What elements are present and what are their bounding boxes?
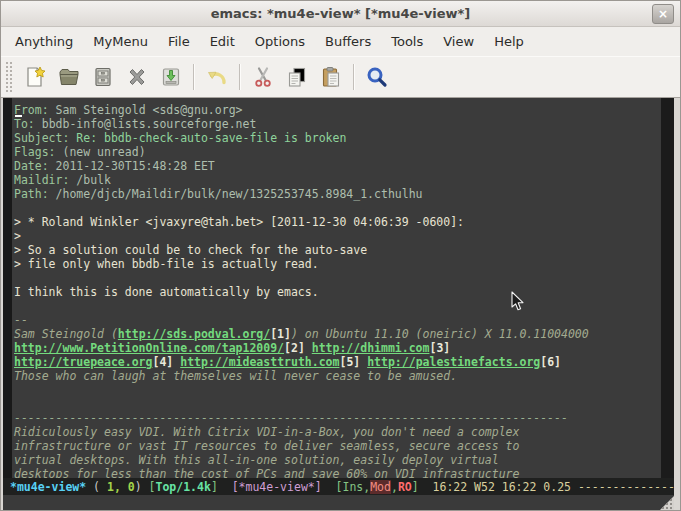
paste-icon	[319, 65, 343, 89]
close-buffer-button[interactable]	[125, 64, 150, 90]
buffer-line	[14, 271, 661, 285]
buffer-line	[14, 397, 661, 411]
search-button[interactable]	[365, 64, 390, 90]
text-segment: [6]	[540, 355, 561, 369]
text-segment: /bulk	[69, 173, 111, 187]
resize-grip-icon[interactable]	[660, 496, 674, 510]
save-as-button[interactable]	[159, 64, 184, 90]
menu-item-options[interactable]: Options	[245, 29, 315, 54]
modeline-segment	[121, 480, 128, 494]
open-file-button[interactable]	[57, 64, 82, 90]
text-segment: /home/djcb/Maildir/bulk/new/1325253745.8…	[49, 187, 423, 201]
buffer-line: From: Sam Steingold <sds@gnu.org>	[14, 103, 661, 117]
text-segment: To:	[14, 117, 35, 131]
cut-button[interactable]	[251, 64, 276, 90]
toolbar	[1, 56, 680, 98]
hyperlink[interactable]: http://www.PetitionOnline.com/tap12009/	[14, 341, 284, 355]
buffer-line	[14, 383, 661, 397]
hyperlink[interactable]: http://dhimmi.com	[312, 341, 430, 355]
text-segment: I think this is done automatically by em…	[14, 285, 319, 299]
left-fringe	[3, 98, 12, 478]
buffer-line	[14, 201, 661, 215]
modeline-segment: ,	[391, 480, 398, 494]
buffer-lines: From: Sam Steingold <sds@gnu.org>To: bbd…	[14, 103, 661, 478]
toolbar-separator	[353, 64, 355, 90]
hyperlink[interactable]: http://mideasttruth.com	[180, 355, 339, 369]
buffer-line: Those who can laugh at themselves will n…	[14, 369, 661, 383]
text-segment	[305, 341, 312, 355]
text-segment: ----------------------------------------…	[14, 411, 568, 425]
buffer-line: Ridiculously easy VDI. With Citrix VDI-i…	[14, 425, 661, 439]
buffer-line: > file only when bbdb-file is actually r…	[14, 257, 661, 271]
buffer-line: Flags: (new unread)	[14, 145, 661, 159]
text-segment: [3]	[429, 341, 450, 355]
text-segment: Subject:	[14, 131, 69, 145]
hyperlink[interactable]: http://sds.podval.org/	[118, 327, 270, 341]
hyperlink[interactable]: http://palestinefacts.org	[367, 355, 540, 369]
menu-item-edit[interactable]: Edit	[200, 29, 245, 54]
minibuffer[interactable]	[3, 495, 674, 510]
menu-item-view[interactable]: View	[433, 29, 484, 54]
buffer-line: Maildir: /bulk	[14, 173, 661, 187]
text-segment: [2]	[284, 341, 305, 355]
text-segment: bbdb-info@lists.sourceforge.net	[35, 117, 257, 131]
text-segment: Path:	[14, 187, 49, 201]
scrollbar[interactable]	[661, 98, 674, 478]
menu-item-anything[interactable]: Anything	[5, 29, 83, 54]
buffer-line: Date: 2011-12-30T15:48:28 EET	[14, 159, 661, 173]
titlebar[interactable]: emacs: *mu4e-view* [*mu4e-view*] ×	[1, 1, 680, 27]
modeline-segment: Mod	[370, 480, 391, 494]
search-icon	[365, 65, 389, 89]
copy-button[interactable]	[285, 64, 310, 90]
text-segment: Sam Steingold (	[14, 327, 118, 341]
modeline-segment: ]	[412, 480, 426, 494]
text-segment: Flags:	[14, 145, 56, 159]
toolbar-drag-handle[interactable]	[5, 61, 12, 93]
buffer-line: >	[14, 229, 661, 243]
buffer-line: ----------------------------------------…	[14, 411, 661, 425]
buffer-line: > * Roland Winkler <jvaxyre@tah.bet> [20…	[14, 215, 661, 229]
modeline-segment: [	[149, 480, 156, 494]
text-segment: > * Roland Winkler <jvaxyre@tah.bet> [20…	[14, 215, 464, 229]
undo-button[interactable]	[205, 64, 230, 90]
save-icon	[91, 65, 115, 89]
buffer-line: infrastructure or vast IT resources to d…	[14, 439, 661, 453]
window-frame-right	[674, 98, 680, 478]
buffer-text-area[interactable]: From: Sam Steingold <sds@gnu.org>To: bbd…	[12, 98, 661, 478]
text-segment: (new unread)	[56, 145, 146, 159]
text-segment: Ridiculously easy VDI. With Citrix VDI-i…	[14, 425, 519, 439]
text-segment: > file only when bbdb-file is actually r…	[14, 257, 319, 271]
text-segment: virtual desktops. With this all-in-one s…	[14, 453, 499, 467]
save-as-icon	[159, 65, 183, 89]
modeline-segment: Top/1.4k	[155, 480, 210, 494]
new-file-icon	[23, 65, 47, 89]
modeline-segment: 16:22 W52 16:22 0.25	[426, 480, 578, 494]
new-file-button[interactable]	[23, 64, 48, 90]
buffer-line: Subject: Re: bbdb-check-auto-save-file i…	[14, 131, 661, 145]
modeline-segment: 1,	[107, 480, 121, 494]
close-button[interactable]: ×	[652, 4, 674, 24]
menu-item-tools[interactable]: Tools	[381, 29, 433, 54]
modeline-segment: 0	[128, 480, 135, 494]
text-segment: Sam Steingold <sds@gnu.org>	[49, 103, 243, 117]
save-button[interactable]	[91, 64, 116, 90]
menu-item-mymenu[interactable]: MyMenu	[83, 29, 158, 54]
buffer-body: From: Sam Steingold <sds@gnu.org>To: bbd…	[1, 98, 680, 478]
text-cursor	[15, 115, 22, 117]
menu-item-buffers[interactable]: Buffers	[315, 29, 381, 54]
open-folder-icon	[57, 65, 81, 89]
cut-icon	[251, 65, 275, 89]
modeline-segment: Ins	[342, 480, 363, 494]
menu-item-file[interactable]: File	[158, 29, 200, 54]
buffer-line: I think this is done automatically by em…	[14, 285, 661, 299]
text-segment: 2011-12-30T15:48:28 EET	[49, 159, 215, 173]
buffer-line: Sam Steingold (http://sds.podval.org/[1]…	[14, 327, 661, 341]
emacs-window: emacs: *mu4e-view* [*mu4e-view*] × Anyth…	[0, 0, 681, 511]
paste-button[interactable]	[319, 64, 344, 90]
text-segment: >	[14, 229, 21, 243]
hyperlink[interactable]: http://truepeace.org	[14, 355, 152, 369]
text-segment: [1]	[270, 327, 291, 341]
menu-item-help[interactable]: Help	[484, 29, 534, 54]
buffer-line: http://truepeace.org[4] http://mideasttr…	[14, 355, 661, 369]
text-segment: Maildir:	[14, 173, 69, 187]
